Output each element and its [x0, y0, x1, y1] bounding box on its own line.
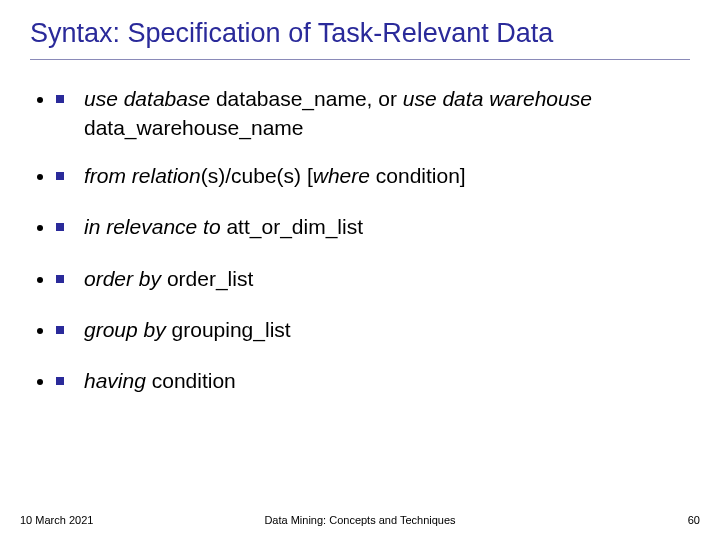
footer-page-number: 60 — [688, 514, 700, 526]
keyword: use data warehouse — [403, 87, 592, 110]
title-rule — [30, 59, 690, 60]
text: data_warehouse_name — [84, 116, 304, 139]
bullet-item: having condition — [56, 366, 690, 395]
keyword: use database — [84, 87, 210, 110]
bullet-item: from relation(s)/cube(s) [where conditio… — [56, 161, 690, 190]
slide-title: Syntax: Specification of Task-Relevant D… — [30, 18, 690, 49]
bullet-item: use database database_name, or use data … — [56, 84, 690, 143]
keyword: order by — [84, 267, 161, 290]
footer-center: Data Mining: Concepts and Techniques — [0, 514, 720, 526]
keyword: having — [84, 369, 146, 392]
text: grouping_list — [166, 318, 291, 341]
keyword: group by — [84, 318, 166, 341]
text: (s)/cube(s) [ — [201, 164, 313, 187]
text: att_or_dim_list — [221, 215, 363, 238]
keyword: from relation — [84, 164, 201, 187]
keyword: in relevance to — [84, 215, 221, 238]
text: database_name, or — [210, 87, 403, 110]
bullet-item: group by grouping_list — [56, 315, 690, 344]
text: condition] — [370, 164, 466, 187]
bullet-list: use database database_name, or use data … — [30, 84, 690, 396]
text: condition — [146, 369, 236, 392]
slide: Syntax: Specification of Task-Relevant D… — [0, 0, 720, 540]
bullet-item: in relevance to att_or_dim_list — [56, 212, 690, 241]
bullet-item: order by order_list — [56, 264, 690, 293]
keyword: where — [313, 164, 370, 187]
text: order_list — [161, 267, 253, 290]
